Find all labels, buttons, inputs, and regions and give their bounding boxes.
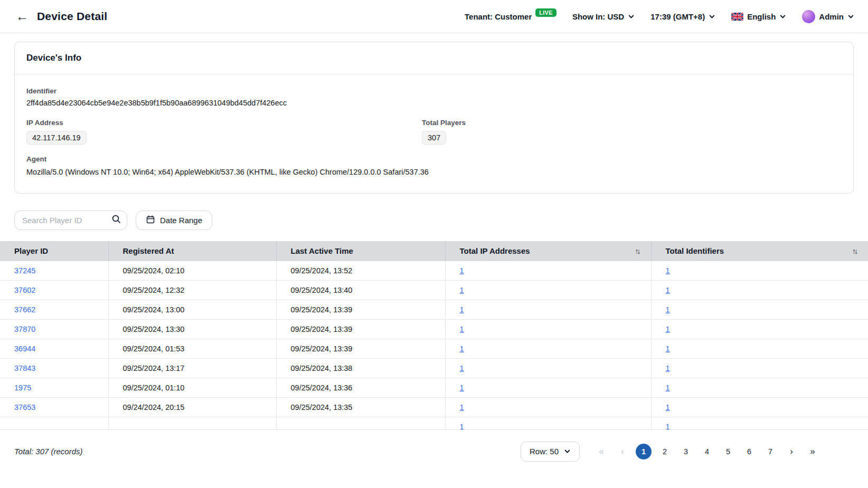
- last-active-cell: 09/25/2024, 13:40: [276, 281, 445, 300]
- total-identifiers-link[interactable]: 1: [666, 305, 670, 314]
- top-bar: ← Device Detail Tenant: Customer LIVE Sh…: [0, 0, 868, 33]
- player-id-link[interactable]: 36944: [14, 345, 35, 353]
- total-ips-link[interactable]: 1: [460, 364, 464, 372]
- table-row: 37843 09/25/2024, 13:17 09/25/2024, 13:3…: [0, 359, 868, 378]
- registered-at-cell: 09/25/2024, 02:10: [108, 261, 276, 281]
- player-id-link[interactable]: 37245: [14, 266, 35, 275]
- total-ips-link[interactable]: 1: [460, 384, 464, 392]
- registered-at-cell: 09/25/2024, 01:53: [108, 339, 276, 359]
- agent-value: Mozilla/5.0 (Windows NT 10.0; Win64; x64…: [26, 167, 438, 178]
- total-identifiers-link[interactable]: 1: [666, 423, 670, 430]
- registered-at-cell: 09/25/2024, 12:32: [108, 281, 276, 300]
- search-input[interactable]: [14, 210, 127, 230]
- currency-label: Show In: USD: [572, 12, 624, 21]
- table-row: 36944 09/25/2024, 01:53 09/25/2024, 13:3…: [0, 339, 868, 359]
- currency-dropdown[interactable]: Show In: USD: [572, 12, 635, 21]
- last-page-icon[interactable]: »: [805, 444, 820, 460]
- page-number-button[interactable]: 3: [678, 444, 694, 460]
- total-ips-link[interactable]: 1: [460, 345, 464, 353]
- sort-icon[interactable]: ↑↓: [852, 247, 860, 255]
- next-page-icon[interactable]: ›: [784, 444, 799, 460]
- search-box: [14, 210, 127, 230]
- page-number-button[interactable]: 7: [762, 444, 778, 460]
- user-menu[interactable]: Admin: [802, 10, 854, 23]
- last-active-cell: [276, 417, 445, 430]
- table-row: 37870 09/25/2024, 13:30 09/25/2024, 13:3…: [0, 320, 868, 339]
- total-ips-header-label: Total IP Addresses: [460, 246, 530, 255]
- back-arrow-icon[interactable]: ←: [14, 10, 31, 23]
- total-identifiers-link[interactable]: 1: [666, 384, 670, 392]
- table-footer: Total: 307 (records) Row: 50 « ‹ 1 2 3 4…: [0, 430, 868, 473]
- card-title: Device's Info: [26, 53, 842, 63]
- total-players-label: Total Players: [422, 119, 842, 127]
- registered-at-cell: [108, 417, 276, 430]
- player-id-link[interactable]: 37662: [14, 305, 35, 314]
- total-identifiers-link[interactable]: 1: [666, 364, 670, 372]
- date-range-button[interactable]: Date Range: [136, 210, 212, 230]
- last-active-cell: 09/25/2024, 13:52: [276, 261, 445, 281]
- players-table: Player ID Registered At Last Active Time…: [0, 241, 868, 430]
- page-number-button[interactable]: 1: [636, 444, 652, 460]
- prev-page-icon[interactable]: ‹: [615, 444, 630, 460]
- chevron-down-icon: [628, 13, 635, 20]
- column-header-last-active: Last Active Time: [276, 241, 445, 261]
- registered-at-cell: 09/25/2024, 13:30: [108, 320, 276, 339]
- page-number-button[interactable]: 2: [657, 444, 673, 460]
- player-id-link[interactable]: 37843: [14, 364, 35, 372]
- last-active-cell: 09/25/2024, 13:39: [276, 320, 445, 339]
- total-identifiers-link[interactable]: 1: [666, 345, 670, 353]
- search-icon[interactable]: [111, 214, 121, 226]
- chevron-down-icon: [564, 448, 571, 455]
- pagination-pages: 1 2 3 4 5 6 7: [636, 444, 778, 460]
- total-ips-link[interactable]: 1: [460, 403, 464, 412]
- table-row: 37662 09/25/2024, 13:00 09/25/2024, 13:3…: [0, 300, 868, 320]
- player-id-link[interactable]: 37602: [14, 286, 35, 294]
- player-id-link[interactable]: 37653: [14, 403, 35, 412]
- agent-label: Agent: [26, 155, 842, 163]
- ip-address-chip: 42.117.146.19: [26, 131, 87, 145]
- total-identifiers-link[interactable]: 1: [666, 325, 670, 333]
- language-dropdown[interactable]: English: [731, 12, 786, 21]
- timezone-dropdown[interactable]: 17:39 (GMT+8): [650, 12, 715, 21]
- total-identifiers-link[interactable]: 1: [666, 266, 670, 275]
- page-title: Device Detail: [37, 10, 107, 23]
- device-detail-page: ← Device Detail Tenant: Customer LIVE Sh…: [0, 0, 868, 488]
- top-bar-right: Tenant: Customer LIVE Show In: USD 17:39…: [465, 10, 854, 23]
- column-header-player-id: Player ID: [0, 241, 108, 261]
- player-id-link[interactable]: 37870: [14, 325, 35, 333]
- total-ips-link[interactable]: 1: [460, 286, 464, 294]
- page-number-button[interactable]: 6: [741, 444, 757, 460]
- total-ips-link[interactable]: 1: [460, 266, 464, 275]
- table-row: 1 1: [0, 417, 868, 430]
- total-players-chip: 307: [422, 131, 446, 145]
- page-number-button[interactable]: 4: [699, 444, 715, 460]
- device-info-card-body: Identifier 2ff4da85d4e23064cb5e94e2e38b5…: [15, 74, 853, 193]
- identifier-value: 2ff4da85d4e23064cb5e94e2e38b5b9f1f5b90aa…: [26, 99, 842, 107]
- first-page-icon[interactable]: «: [593, 444, 609, 460]
- total-identifiers-link[interactable]: 1: [666, 286, 670, 294]
- footer-right: Row: 50 « ‹ 1 2 3 4 5 6 7 › »: [521, 442, 820, 462]
- table-row: 37245 09/25/2024, 02:10 09/25/2024, 13:5…: [0, 261, 868, 281]
- last-active-cell: 09/25/2024, 13:36: [276, 378, 445, 398]
- total-ips-link[interactable]: 1: [460, 325, 464, 333]
- identifier-field: Identifier 2ff4da85d4e23064cb5e94e2e38b5…: [26, 87, 842, 107]
- rows-per-page-dropdown[interactable]: Row: 50: [521, 442, 580, 462]
- registered-at-cell: 09/24/2024, 20:15: [108, 398, 276, 417]
- total-ips-link[interactable]: 1: [460, 423, 464, 430]
- total-identifiers-link[interactable]: 1: [666, 403, 670, 412]
- last-active-cell: 09/25/2024, 13:35: [276, 398, 445, 417]
- total-ips-link[interactable]: 1: [460, 305, 464, 314]
- sort-icon[interactable]: ↑↓: [635, 247, 643, 255]
- table-header-row: Player ID Registered At Last Active Time…: [0, 241, 868, 261]
- registered-at-cell: 09/25/2024, 13:00: [108, 300, 276, 320]
- page-number-button[interactable]: 5: [720, 444, 736, 460]
- last-active-cell: 09/25/2024, 13:39: [276, 339, 445, 359]
- table-toolbar: Date Range: [14, 210, 854, 230]
- registered-at-cell: 09/25/2024, 01:10: [108, 378, 276, 398]
- last-active-cell: 09/25/2024, 13:38: [276, 359, 445, 378]
- chevron-down-icon: [779, 13, 786, 20]
- device-info-card-header: Device's Info: [15, 42, 853, 74]
- table-row: 1975 09/25/2024, 01:10 09/25/2024, 13:36…: [0, 378, 868, 398]
- table-row: 37602 09/25/2024, 12:32 09/25/2024, 13:4…: [0, 281, 868, 300]
- player-id-link[interactable]: 1975: [14, 384, 31, 392]
